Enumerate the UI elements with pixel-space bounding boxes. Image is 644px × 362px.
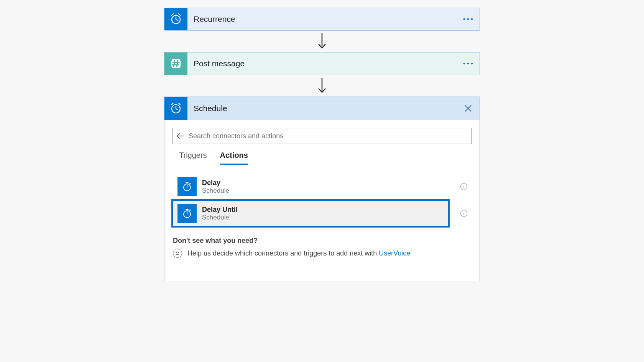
action-delay-until[interactable]: Delay Until Schedule xyxy=(172,200,449,227)
flow-arrow-icon xyxy=(164,31,480,52)
back-arrow-icon[interactable] xyxy=(176,132,185,140)
svg-rect-7 xyxy=(171,59,181,68)
svg-point-33 xyxy=(178,252,179,253)
tab-actions[interactable]: Actions xyxy=(220,151,248,165)
svg-point-32 xyxy=(176,252,177,253)
step-recurrence[interactable]: Recurrence xyxy=(164,8,480,31)
svg-line-18 xyxy=(176,109,178,110)
smiley-icon xyxy=(173,249,182,258)
flow-arrow-icon xyxy=(164,75,480,97)
svg-point-14 xyxy=(471,63,473,65)
panel-header: Schedule xyxy=(164,97,480,120)
stopwatch-icon xyxy=(177,177,197,196)
svg-point-4 xyxy=(467,18,469,20)
hashtag-icon xyxy=(164,52,187,75)
svg-line-31 xyxy=(190,210,191,211)
action-name: Delay xyxy=(202,179,229,187)
svg-point-13 xyxy=(467,63,469,65)
action-delay[interactable]: Delay Schedule i xyxy=(172,173,472,200)
action-name: Delay Until xyxy=(202,206,238,214)
search-box[interactable] xyxy=(172,128,472,144)
search-input[interactable] xyxy=(189,132,468,140)
info-icon[interactable]: i xyxy=(460,210,467,217)
footer-question: Don't see what you need? xyxy=(172,237,472,245)
step-title: Post message xyxy=(187,52,457,75)
svg-point-5 xyxy=(471,18,473,20)
action-connector: Schedule xyxy=(202,187,229,195)
schedule-panel: Schedule Triggers Acti xyxy=(164,97,480,281)
close-button[interactable] xyxy=(457,97,480,120)
clock-icon xyxy=(164,97,187,120)
stopwatch-icon xyxy=(177,204,197,223)
more-options-button[interactable] xyxy=(457,52,480,75)
svg-line-26 xyxy=(190,183,191,184)
tab-triggers[interactable]: Triggers xyxy=(179,151,207,165)
step-title: Recurrence xyxy=(187,8,457,30)
info-icon[interactable]: i xyxy=(460,183,467,190)
action-connector: Schedule xyxy=(202,214,238,221)
panel-title: Schedule xyxy=(187,97,457,120)
svg-line-2 xyxy=(176,20,178,20)
svg-point-12 xyxy=(463,63,465,65)
more-options-button[interactable] xyxy=(457,8,480,30)
svg-point-3 xyxy=(463,18,465,20)
uservoice-link[interactable]: UserVoice xyxy=(379,249,410,257)
footer-help: Help us decide which connectors and trig… xyxy=(172,249,472,258)
tabs: Triggers Actions xyxy=(172,144,472,165)
step-post-message[interactable]: Post message xyxy=(164,52,480,75)
footer-help-text: Help us decide which connectors and trig… xyxy=(187,249,379,257)
clock-icon xyxy=(164,8,187,30)
